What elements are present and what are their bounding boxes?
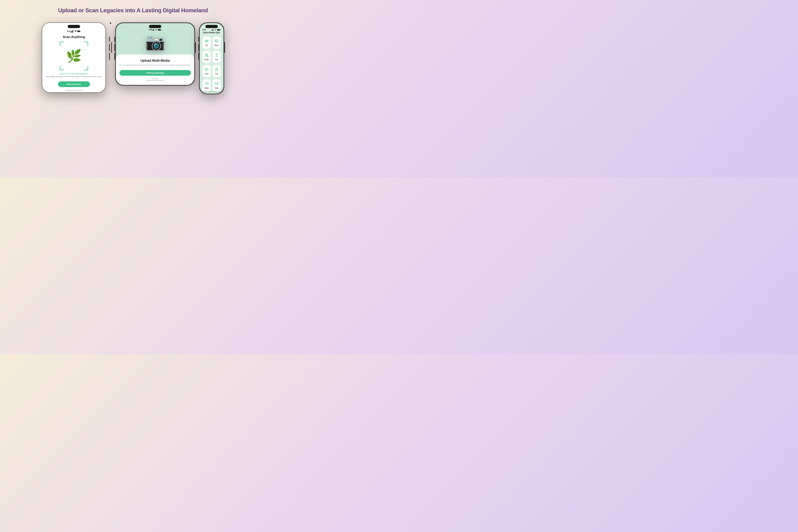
notch-4 [205,25,218,28]
svg-point-25 [206,40,207,41]
media-grid: XR Photo Audio [200,36,224,92]
svg-rect-23 [217,29,220,31]
scan-instruction: SCAN TO STORE YOUR MEMORY Place digital … [42,73,105,78]
start-scanning-button[interactable]: Start Scanning [58,81,90,87]
mute-button-3[interactable] [114,37,115,42]
volume-down-button[interactable] [41,53,42,60]
volume-down-button-3[interactable] [114,53,115,60]
start-uploading-button[interactable]: Starting Uploading [119,70,191,76]
phone-3: 9:41 📷 Upload Multi-Media You can upload… [115,23,195,86]
scan-desc: Place digital recreations of beloved one… [46,76,102,78]
notch-3 [149,25,162,28]
svg-rect-33 [215,82,218,85]
mail-label: Mail [215,87,218,89]
battery-icon [77,31,81,32]
status-icons-4 [211,29,221,31]
media-item-audio[interactable]: Audio [203,51,211,63]
status-time-1: 9:41 [67,31,71,32]
media-item-video[interactable]: Video [203,79,211,92]
chat-label: Chat [205,73,208,75]
power-button-3[interactable] [195,42,196,53]
scan-label: SCAN TO STORE YOUR MEMORY [46,73,102,75]
phone-1: 9:41 Scan Anything 🌿 [42,23,106,93]
mute-button-2[interactable] [109,37,110,42]
corner-bl [60,66,64,70]
wifi-icon-4 [214,29,216,31]
status-time-4: 9:41 [203,29,206,31]
xr-label: XR [205,44,208,46]
notch [68,25,80,28]
upload-card: Upload Multi-Media You can upload all di… [116,55,194,85]
volume-down-button-2[interactable] [109,53,110,60]
wifi-icon [75,31,77,32]
volume-up-button-3[interactable] [114,44,115,51]
status-icons-3 [152,29,162,31]
screen-1: 9:41 Scan Anything 🌿 [42,23,105,92]
page-title: Upload or Scan Legacies into A Lasting D… [58,7,208,14]
volume-up-button-4[interactable] [198,44,199,51]
phone-4: 9:41 Select Media Type XR [199,23,224,94]
mail-icon [215,81,218,86]
svg-rect-18 [211,30,212,31]
media-item-mail[interactable]: Mail [212,79,221,92]
mute-button[interactable] [41,37,42,42]
media-item-xr[interactable]: XR [203,36,211,49]
text-icon [215,53,218,58]
home-indicator-3 [146,80,164,81]
battery-icon-3 [158,29,162,31]
mute-button-4[interactable] [198,37,199,42]
status-bar-1: 9:41 [64,28,84,34]
chat-icon [205,67,209,72]
svg-rect-0 [71,32,71,33]
phone-2: 9:41 ‹ Scanning... ⋯ [110,23,111,24]
svg-rect-19 [212,30,212,31]
photo-label: Photo [214,44,219,46]
svg-point-26 [207,40,208,41]
media-item-text[interactable]: Text [212,51,221,63]
status-time-3: 9:41 [149,29,152,31]
file-icon [215,67,218,72]
media-item-file[interactable]: File [212,65,221,77]
phones-container: 9:41 Scan Anything 🌿 [42,23,224,94]
signal-icon-3 [152,29,155,31]
power-button-2[interactable] [111,42,112,53]
media-item-chat[interactable]: Chat [203,65,211,77]
svg-rect-14 [153,29,154,31]
video-label: Video [204,87,209,89]
photo-icon [215,39,218,43]
signal-icon-4 [211,29,214,31]
text-label: Text [215,59,218,61]
power-button[interactable] [106,42,107,53]
svg-rect-12 [152,30,153,31]
svg-rect-17 [158,29,160,31]
svg-rect-32 [205,83,207,84]
home-indicator-1 [65,90,83,91]
corner-tr [84,42,88,46]
wifi-icon-3 [155,29,157,31]
volume-down-button-4[interactable] [198,53,199,60]
svg-rect-2 [72,31,73,33]
media-type-title: Select Media Type [200,32,224,34]
power-button-4[interactable] [224,42,225,53]
signal-icon [71,30,74,33]
video-icon [205,81,209,86]
volume-up-button[interactable] [41,44,42,51]
svg-rect-20 [212,29,213,31]
svg-rect-3 [73,30,73,33]
camera-3d-icon: 📷 [145,34,165,50]
scan-frame: 🌿 [60,42,88,70]
plant-image: 🌿 [66,50,81,62]
audio-label: Audio [204,59,209,61]
volume-up-button-2[interactable] [109,44,110,51]
media-item-photo[interactable]: Photo [212,36,221,49]
file-label: File [215,73,218,75]
cancel-button[interactable]: Cancel [152,77,158,79]
upload-title: Upload Multi-Media [140,59,170,62]
scan-line [61,51,87,51]
corner-br [84,66,88,70]
scan-title: Scan Anything [63,35,85,39]
svg-rect-5 [77,31,80,32]
svg-rect-15 [154,29,154,31]
status-icons-1 [71,30,81,33]
screen-4: 9:41 Select Media Type XR [200,23,224,94]
